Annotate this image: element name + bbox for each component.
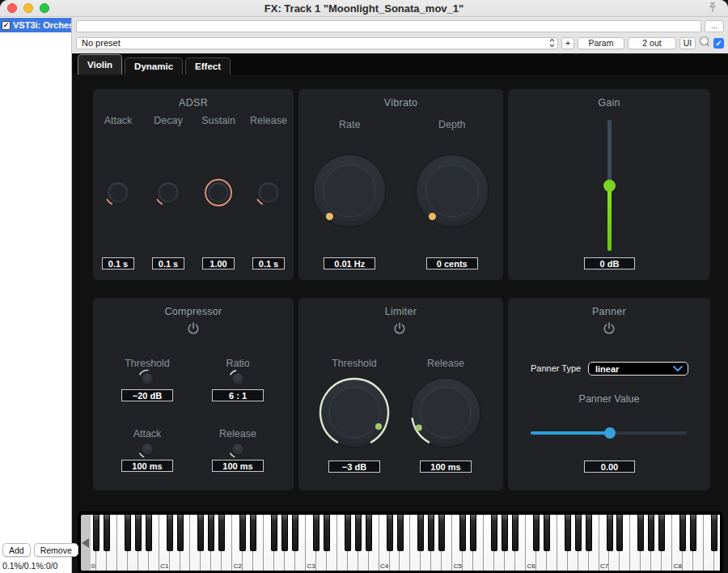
decay-value[interactable]: 0.1 s: [152, 257, 184, 270]
piano-black-key[interactable]: [502, 515, 508, 551]
piano-black-key[interactable]: [271, 515, 277, 551]
piano-black-key[interactable]: [586, 515, 592, 551]
piano-black-key[interactable]: [470, 515, 476, 551]
piano-black-key[interactable]: [544, 515, 550, 551]
piano-black-key[interactable]: [281, 515, 288, 551]
comp-threshold-knob[interactable]: [138, 369, 157, 388]
release-value[interactable]: 0.1 s: [252, 257, 285, 270]
lim-release-knob[interactable]: [407, 374, 485, 452]
sustain-value[interactable]: 1.00: [202, 257, 235, 270]
piano-black-key[interactable]: [366, 515, 372, 551]
release-label: Release: [250, 115, 287, 126]
comp-threshold-value[interactable]: −20 dB: [121, 389, 173, 401]
piano-black-key[interactable]: [93, 515, 99, 551]
comp-attack-knob[interactable]: [138, 439, 157, 459]
piano-black-key[interactable]: [438, 515, 445, 551]
piano-black-key[interactable]: [459, 515, 466, 551]
vibrato-panel: Vibrato Rate 0.01 Hz Depth 0 cents: [298, 89, 503, 280]
rate-value[interactable]: 0.01 Hz: [324, 257, 375, 270]
compressor-power-button[interactable]: [187, 322, 200, 338]
piano-black-key[interactable]: [658, 515, 665, 551]
add-preset-button[interactable]: +: [561, 37, 574, 49]
octave-label: C5: [454, 562, 462, 570]
sustain-knob[interactable]: [202, 176, 235, 209]
comp-ratio-value[interactable]: 6 : 1: [212, 389, 264, 401]
rate-knob[interactable]: [311, 152, 388, 230]
piano-black-key[interactable]: [125, 515, 131, 551]
piano-black-key[interactable]: [313, 515, 320, 551]
fx-active-checkbox[interactable]: ✓: [713, 38, 724, 49]
keyboard-scroll-handle[interactable]: [81, 515, 91, 571]
add-button[interactable]: Add: [2, 543, 31, 557]
ui-button[interactable]: UI: [679, 37, 696, 49]
piano-black-key[interactable]: [387, 515, 393, 551]
depth-value[interactable]: 0 cents: [426, 257, 478, 270]
panner-title: Panner: [508, 298, 710, 317]
piano-black-key[interactable]: [565, 515, 571, 551]
comp-release-value[interactable]: 100 ms: [212, 460, 264, 472]
tab-violin[interactable]: Violin: [78, 54, 122, 74]
limiter-power-button[interactable]: [393, 322, 406, 338]
more-options-button[interactable]: ...: [705, 20, 724, 32]
piano-black-key[interactable]: [292, 515, 298, 551]
octave-label: C0: [91, 562, 95, 570]
tab-dynamic[interactable]: Dynamic: [125, 57, 183, 74]
piano-black-key[interactable]: [428, 515, 434, 551]
comp-release-knob[interactable]: [228, 439, 248, 459]
piano-black-key[interactable]: [616, 515, 623, 551]
piano-black-key[interactable]: [218, 515, 225, 551]
panner-power-button[interactable]: [603, 322, 616, 338]
panner-value[interactable]: 0.00: [584, 461, 635, 473]
panner-slider-thumb[interactable]: [604, 427, 616, 439]
attack-knob[interactable]: [102, 176, 134, 209]
piano-black-key[interactable]: [607, 515, 613, 551]
plugin-enabled-checkbox[interactable]: ✓: [2, 21, 11, 30]
piano-black-key[interactable]: [250, 515, 256, 551]
piano-black-key[interactable]: [417, 515, 424, 551]
gain-slider-thumb[interactable]: [603, 180, 616, 192]
pin-icon[interactable]: [707, 2, 718, 19]
param-button[interactable]: Param: [578, 37, 624, 49]
wet-dial-icon[interactable]: [699, 36, 710, 50]
piano-black-key[interactable]: [512, 515, 518, 551]
limiter-panel: Limiter Threshold Release −3 dB 100 ms: [298, 298, 503, 490]
lim-threshold-value[interactable]: −3 dB: [328, 461, 380, 473]
piano-black-key[interactable]: [533, 515, 540, 551]
piano-black-key[interactable]: [355, 515, 362, 551]
tab-effect[interactable]: Effect: [185, 57, 231, 74]
panner-type-dropdown[interactable]: linear: [588, 362, 688, 376]
comp-attack-value[interactable]: 100 ms: [121, 460, 173, 472]
piano-black-key[interactable]: [397, 515, 404, 551]
piano-black-key[interactable]: [648, 515, 654, 551]
depth-knob[interactable]: [413, 152, 491, 230]
release-knob[interactable]: [252, 176, 285, 209]
outputs-button[interactable]: 2 out: [628, 37, 676, 49]
piano-black-key[interactable]: [177, 515, 184, 551]
piano-black-key[interactable]: [324, 515, 330, 551]
gain-value[interactable]: 0 dB: [584, 257, 635, 270]
preset-select[interactable]: No preset: [76, 37, 558, 49]
comp-ratio-knob[interactable]: [228, 369, 248, 388]
piano-black-key[interactable]: [208, 515, 214, 551]
piano-black-key[interactable]: [104, 515, 110, 551]
piano-black-key[interactable]: [711, 515, 717, 551]
piano-black-key[interactable]: [690, 515, 696, 551]
panner-value-label: Panner Value: [508, 393, 710, 405]
piano-black-key[interactable]: [637, 515, 644, 551]
piano-black-key[interactable]: [146, 515, 152, 551]
lim-release-value[interactable]: 100 ms: [420, 461, 472, 473]
piano-black-key[interactable]: [345, 515, 351, 551]
piano-black-key[interactable]: [239, 515, 246, 551]
piano-black-key[interactable]: [679, 515, 686, 551]
preset-name-input[interactable]: [76, 20, 701, 32]
piano-black-key[interactable]: [575, 515, 582, 551]
piano-black-key[interactable]: [135, 515, 142, 551]
piano-black-key[interactable]: [491, 515, 497, 551]
sidebar-item-plugin[interactable]: ✓ VST3i: Orches: [0, 18, 71, 32]
lim-threshold-knob[interactable]: [315, 374, 393, 452]
piano-black-key[interactable]: [197, 515, 204, 551]
piano-black-key[interactable]: [167, 515, 173, 551]
remove-button[interactable]: Remove: [34, 543, 78, 557]
decay-knob[interactable]: [152, 176, 184, 209]
attack-value[interactable]: 0.1 s: [102, 257, 134, 270]
